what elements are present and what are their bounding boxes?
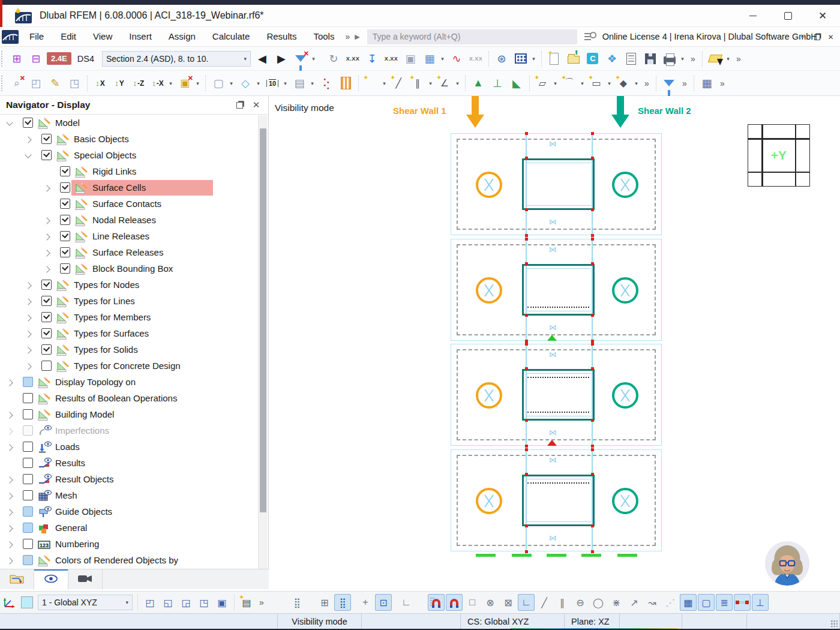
dropdown-chevron-icon[interactable]: ▾ xyxy=(255,74,262,92)
rotate-visibility-icon[interactable]: ◱ xyxy=(160,594,176,611)
selection-handle[interactable] xyxy=(591,262,594,265)
dropdown-chevron-icon[interactable]: ▾ xyxy=(244,56,247,62)
view-cube-face-label[interactable]: +Y xyxy=(763,140,795,172)
tree-row[interactable]: Block Bounding Box xyxy=(0,261,258,277)
selection-handle[interactable] xyxy=(525,208,528,211)
tree-row[interactable]: Display Topology on xyxy=(0,374,258,391)
selection-handle[interactable] xyxy=(591,448,594,451)
visibility-checkbox[interactable] xyxy=(23,523,33,533)
column-marker-left[interactable] xyxy=(476,172,502,198)
visibility-checkbox[interactable] xyxy=(41,150,52,160)
filter-toolbar-overflow-icon[interactable]: » xyxy=(679,74,691,92)
expand-arrow-icon[interactable] xyxy=(6,525,13,532)
tree-row[interactable]: Mesh xyxy=(0,488,258,504)
tree-row[interactable]: Surface Cells xyxy=(0,180,258,196)
xray-mode-off-icon[interactable]: ▣✕ xyxy=(176,74,194,92)
dropdown-chevron-icon[interactable]: ▾ xyxy=(309,74,316,92)
perspective-view-icon[interactable]: ◳ xyxy=(65,74,83,92)
model-canvas[interactable]: Visibility mode +Y Shear W xyxy=(269,96,840,591)
dropdown-chevron-icon[interactable]: ▾ xyxy=(579,74,586,92)
zoom-visibility-icon[interactable]: ◳ xyxy=(196,594,212,611)
selection-handle[interactable] xyxy=(591,132,594,135)
dropdown-chevron-icon[interactable]: ▾ xyxy=(725,50,731,68)
visibility-checkbox[interactable] xyxy=(60,231,70,241)
expand-arrow-icon[interactable] xyxy=(6,557,13,564)
navigator-close-button[interactable]: ✕ xyxy=(250,99,262,111)
attach-to-objects-icon[interactable]: ⊥ xyxy=(752,594,769,611)
collapse-arrow-icon[interactable] xyxy=(25,151,31,158)
new-model-icon[interactable] xyxy=(545,50,563,68)
mesh-display-icon[interactable]: ▦ xyxy=(421,50,439,68)
column-marker-right[interactable] xyxy=(612,382,638,409)
new-node-icon[interactable]: ✦ xyxy=(362,74,380,92)
tree-row[interactable]: 123Numbering xyxy=(0,536,258,553)
point-raster-icon[interactable]: ⋰ xyxy=(662,594,679,611)
selection-handle[interactable] xyxy=(525,157,528,160)
expand-arrow-icon[interactable] xyxy=(43,217,50,224)
view-cube-corner[interactable] xyxy=(748,125,761,138)
resize-grip[interactable] xyxy=(830,620,838,627)
dropdown-chevron-icon[interactable]: ▾ xyxy=(454,74,461,92)
dropdown-chevron-icon[interactable]: ▾ xyxy=(427,74,434,92)
tangent-snap-icon[interactable]: ⊖ xyxy=(572,594,589,611)
visibility-filter-icon[interactable] xyxy=(660,74,678,92)
visibility-checkbox[interactable] xyxy=(60,247,70,257)
view-z-icon[interactable]: ↕-Z xyxy=(130,74,148,92)
coordinate-system-selector[interactable]: 1 - Global XYZ▾ xyxy=(38,595,133,610)
selection-handle[interactable] xyxy=(591,314,594,317)
open-model-icon[interactable] xyxy=(565,50,583,68)
expand-arrow-icon[interactable] xyxy=(6,541,13,548)
navigator-float-button[interactable] xyxy=(233,99,245,111)
selection-handle[interactable] xyxy=(591,550,594,553)
expand-arrow-icon[interactable] xyxy=(25,282,31,289)
new-curved-surface-icon[interactable]: ✦⌒ xyxy=(560,74,578,92)
offset-snap-icon[interactable]: ↝ xyxy=(644,594,661,611)
grid-display-icon[interactable]: ⣿ xyxy=(289,594,305,611)
numbering-values-icon[interactable]: X.XX xyxy=(344,50,362,68)
expand-arrow-icon[interactable] xyxy=(25,314,31,321)
column-marker-left[interactable] xyxy=(476,488,502,514)
visibility-checkbox[interactable] xyxy=(41,361,52,371)
user-defined-visibility-icon[interactable]: ✦▤ xyxy=(238,594,255,611)
new-grid-icon[interactable]: ⊞ xyxy=(316,594,333,611)
selection-handle[interactable] xyxy=(525,343,528,346)
selection-handle[interactable] xyxy=(591,419,594,422)
new-guideline-icon[interactable]: + xyxy=(357,594,374,611)
selection-handle[interactable] xyxy=(591,157,594,160)
tree-row[interactable]: Colors of Rendered Objects by xyxy=(0,553,258,569)
dropdown-chevron-icon[interactable]: ▾ xyxy=(125,599,128,605)
document-close-button[interactable]: ✕ xyxy=(824,31,838,44)
visibility-toolbar-overflow-icon[interactable]: » xyxy=(256,593,268,611)
dropdown-chevron-icon[interactable]: ▾ xyxy=(282,74,289,92)
tables-toolbar-overflow-icon[interactable]: » xyxy=(716,74,728,92)
menu-edit[interactable]: Edit xyxy=(52,27,85,46)
tables-icon[interactable]: ▦ xyxy=(698,74,716,92)
endpoint-snap-icon[interactable]: □ xyxy=(464,594,481,611)
orthogonal-snap-icon[interactable]: ∟ xyxy=(518,594,535,611)
tree-row[interactable]: Basic Objects xyxy=(0,131,258,148)
extension-snap-icon[interactable]: ↗ xyxy=(626,594,643,611)
ucs-icon[interactable] xyxy=(1,594,17,611)
parallel-snap-icon[interactable]: ∥ xyxy=(554,594,571,611)
expand-arrow-icon[interactable] xyxy=(6,412,13,418)
selection-handle[interactable] xyxy=(591,343,594,346)
section-icon[interactable]: ▤ xyxy=(290,74,308,92)
selection-handle[interactable] xyxy=(525,262,528,265)
navigator-toggle-icon[interactable]: ⊞ xyxy=(8,50,26,68)
visibility-checkbox[interactable] xyxy=(60,215,70,225)
floor-slab-outline[interactable]: ⋈⋈ xyxy=(451,239,662,341)
object-snap-icon[interactable] xyxy=(446,594,463,611)
dropdown-chevron-icon[interactable]: ▾ xyxy=(633,74,640,92)
dropdown-chevron-icon[interactable]: ▾ xyxy=(167,74,174,92)
shear-core-wall[interactable] xyxy=(522,369,595,421)
visibility-by-window-icon[interactable]: ◰ xyxy=(142,594,158,611)
visibility-checkbox[interactable] xyxy=(41,296,52,306)
shear-core-wall[interactable] xyxy=(522,475,595,526)
menu-file[interactable]: File xyxy=(21,27,52,46)
selection-handle[interactable] xyxy=(525,238,528,241)
view-cube-edge[interactable] xyxy=(796,140,809,172)
shear-core-wall[interactable] xyxy=(522,158,595,210)
dropdown-chevron-icon[interactable]: ▾ xyxy=(439,50,446,68)
hatched-surface-icon[interactable] xyxy=(337,74,355,92)
column-marker-right[interactable] xyxy=(612,172,638,198)
